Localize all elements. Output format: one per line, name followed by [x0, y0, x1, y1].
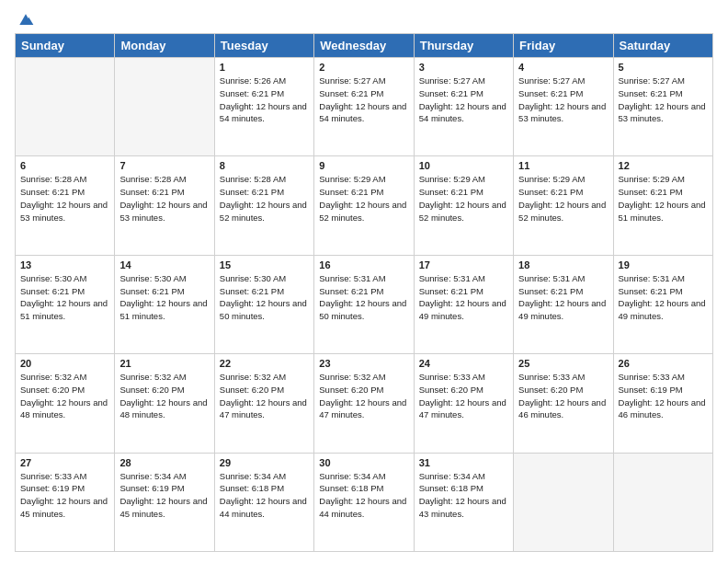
calendar-cell: 19Sunrise: 5:31 AM Sunset: 6:21 PM Dayli… — [613, 255, 712, 353]
day-info: Sunrise: 5:32 AM Sunset: 6:20 PM Dayligh… — [220, 371, 309, 421]
calendar-cell: 3Sunrise: 5:27 AM Sunset: 6:21 PM Daylig… — [414, 58, 513, 156]
day-header-sunday: Sunday — [16, 34, 115, 58]
day-info: Sunrise: 5:34 AM Sunset: 6:18 PM Dayligh… — [220, 470, 309, 521]
calendar-cell: 25Sunrise: 5:33 AM Sunset: 6:20 PM Dayli… — [514, 354, 613, 453]
calendar-cell: 28Sunrise: 5:34 AM Sunset: 6:19 PM Dayli… — [115, 453, 214, 551]
calendar-cell: 24Sunrise: 5:33 AM Sunset: 6:20 PM Dayli… — [414, 354, 513, 453]
calendar-cell — [16, 58, 115, 156]
day-header-monday: Monday — [115, 34, 214, 58]
calendar-cell: 2Sunrise: 5:27 AM Sunset: 6:21 PM Daylig… — [314, 58, 414, 156]
day-info: Sunrise: 5:34 AM Sunset: 6:19 PM Dayligh… — [119, 470, 209, 521]
day-number: 23 — [319, 358, 408, 369]
day-info: Sunrise: 5:33 AM Sunset: 6:19 PM Dayligh… — [619, 371, 708, 421]
day-number: 25 — [518, 358, 608, 369]
day-number: 30 — [319, 457, 408, 468]
calendar-cell: 18Sunrise: 5:31 AM Sunset: 6:21 PM Dayli… — [514, 255, 613, 353]
calendar-week-row: 20Sunrise: 5:32 AM Sunset: 6:20 PM Dayli… — [16, 354, 713, 453]
calendar-week-row: 13Sunrise: 5:30 AM Sunset: 6:21 PM Dayli… — [16, 255, 713, 353]
day-info: Sunrise: 5:33 AM Sunset: 6:20 PM Dayligh… — [419, 371, 508, 421]
calendar-cell: 10Sunrise: 5:29 AM Sunset: 6:21 PM Dayli… — [414, 156, 513, 255]
calendar-week-row: 1Sunrise: 5:26 AM Sunset: 6:21 PM Daylig… — [16, 58, 713, 156]
calendar-cell: 27Sunrise: 5:33 AM Sunset: 6:19 PM Dayli… — [16, 453, 115, 551]
day-number: 17 — [419, 259, 508, 270]
day-info: Sunrise: 5:33 AM Sunset: 6:20 PM Dayligh… — [518, 371, 608, 421]
day-number: 5 — [619, 62, 708, 73]
calendar-cell: 23Sunrise: 5:32 AM Sunset: 6:20 PM Dayli… — [314, 354, 414, 453]
day-number: 11 — [518, 160, 608, 171]
day-info: Sunrise: 5:28 AM Sunset: 6:21 PM Dayligh… — [220, 173, 309, 224]
calendar-cell: 9Sunrise: 5:29 AM Sunset: 6:21 PM Daylig… — [314, 156, 414, 255]
day-info: Sunrise: 5:30 AM Sunset: 6:21 PM Dayligh… — [220, 272, 309, 323]
day-info: Sunrise: 5:34 AM Sunset: 6:18 PM Dayligh… — [319, 470, 408, 521]
calendar-cell: 31Sunrise: 5:34 AM Sunset: 6:18 PM Dayli… — [414, 453, 513, 551]
day-info: Sunrise: 5:27 AM Sunset: 6:21 PM Dayligh… — [619, 75, 708, 125]
day-header-tuesday: Tuesday — [214, 34, 313, 58]
calendar-cell — [613, 453, 712, 551]
day-number: 19 — [619, 259, 708, 270]
day-header-saturday: Saturday — [613, 34, 712, 58]
header — [15, 11, 713, 26]
day-info: Sunrise: 5:26 AM Sunset: 6:21 PM Dayligh… — [220, 75, 309, 125]
day-header-wednesday: Wednesday — [314, 34, 414, 58]
day-info: Sunrise: 5:31 AM Sunset: 6:21 PM Dayligh… — [619, 272, 708, 323]
day-number: 9 — [319, 160, 408, 171]
day-number: 8 — [220, 160, 309, 171]
calendar-cell: 14Sunrise: 5:30 AM Sunset: 6:21 PM Dayli… — [115, 255, 214, 353]
day-info: Sunrise: 5:30 AM Sunset: 6:21 PM Dayligh… — [20, 272, 109, 323]
day-info: Sunrise: 5:32 AM Sunset: 6:20 PM Dayligh… — [20, 371, 109, 421]
day-info: Sunrise: 5:31 AM Sunset: 6:21 PM Dayligh… — [319, 272, 408, 323]
day-info: Sunrise: 5:34 AM Sunset: 6:18 PM Dayligh… — [419, 470, 508, 521]
day-number: 27 — [20, 457, 109, 468]
day-number: 22 — [220, 358, 309, 369]
day-info: Sunrise: 5:31 AM Sunset: 6:21 PM Dayligh… — [518, 272, 608, 323]
day-number: 7 — [119, 160, 209, 171]
day-number: 13 — [20, 259, 109, 270]
calendar-cell: 21Sunrise: 5:32 AM Sunset: 6:20 PM Dayli… — [115, 354, 214, 453]
day-info: Sunrise: 5:29 AM Sunset: 6:21 PM Dayligh… — [419, 173, 508, 224]
calendar-cell: 16Sunrise: 5:31 AM Sunset: 6:21 PM Dayli… — [314, 255, 414, 353]
day-number: 3 — [419, 62, 508, 73]
day-info: Sunrise: 5:27 AM Sunset: 6:21 PM Dayligh… — [419, 75, 508, 125]
day-header-friday: Friday — [514, 34, 613, 58]
day-number: 31 — [419, 457, 508, 468]
calendar-cell — [514, 453, 613, 551]
day-info: Sunrise: 5:27 AM Sunset: 6:21 PM Dayligh… — [319, 75, 408, 125]
calendar-cell: 11Sunrise: 5:29 AM Sunset: 6:21 PM Dayli… — [514, 156, 613, 255]
day-info: Sunrise: 5:27 AM Sunset: 6:21 PM Dayligh… — [518, 75, 608, 125]
calendar-cell: 17Sunrise: 5:31 AM Sunset: 6:21 PM Dayli… — [414, 255, 513, 353]
calendar-cell: 13Sunrise: 5:30 AM Sunset: 6:21 PM Dayli… — [16, 255, 115, 353]
day-number: 26 — [619, 358, 708, 369]
calendar-header-row: SundayMondayTuesdayWednesdayThursdayFrid… — [16, 34, 713, 58]
day-info: Sunrise: 5:28 AM Sunset: 6:21 PM Dayligh… — [119, 173, 209, 224]
day-number: 15 — [220, 259, 309, 270]
day-info: Sunrise: 5:29 AM Sunset: 6:21 PM Dayligh… — [518, 173, 608, 224]
day-info: Sunrise: 5:29 AM Sunset: 6:21 PM Dayligh… — [619, 173, 708, 224]
calendar-cell: 4Sunrise: 5:27 AM Sunset: 6:21 PM Daylig… — [514, 58, 613, 156]
calendar-cell — [115, 58, 214, 156]
calendar-cell: 26Sunrise: 5:33 AM Sunset: 6:19 PM Dayli… — [613, 354, 712, 453]
day-info: Sunrise: 5:31 AM Sunset: 6:21 PM Dayligh… — [419, 272, 508, 323]
day-info: Sunrise: 5:32 AM Sunset: 6:20 PM Dayligh… — [119, 371, 209, 421]
logo — [15, 11, 35, 26]
day-number: 1 — [220, 62, 309, 73]
calendar-cell: 8Sunrise: 5:28 AM Sunset: 6:21 PM Daylig… — [214, 156, 313, 255]
calendar-table: SundayMondayTuesdayWednesdayThursdayFrid… — [15, 33, 713, 552]
day-info: Sunrise: 5:28 AM Sunset: 6:21 PM Dayligh… — [20, 173, 109, 224]
day-info: Sunrise: 5:30 AM Sunset: 6:21 PM Dayligh… — [119, 272, 209, 323]
calendar-cell: 5Sunrise: 5:27 AM Sunset: 6:21 PM Daylig… — [613, 58, 712, 156]
day-number: 10 — [419, 160, 508, 171]
day-number: 16 — [319, 259, 408, 270]
day-info: Sunrise: 5:29 AM Sunset: 6:21 PM Dayligh… — [319, 173, 408, 224]
day-number: 24 — [419, 358, 508, 369]
calendar-cell: 22Sunrise: 5:32 AM Sunset: 6:20 PM Dayli… — [214, 354, 313, 453]
day-number: 12 — [619, 160, 708, 171]
logo-icon — [17, 11, 35, 29]
calendar-cell: 29Sunrise: 5:34 AM Sunset: 6:18 PM Dayli… — [214, 453, 313, 551]
page: SundayMondayTuesdayWednesdayThursdayFrid… — [0, 0, 728, 563]
day-number: 4 — [518, 62, 608, 73]
calendar-cell: 6Sunrise: 5:28 AM Sunset: 6:21 PM Daylig… — [16, 156, 115, 255]
day-number: 2 — [319, 62, 408, 73]
calendar-cell: 7Sunrise: 5:28 AM Sunset: 6:21 PM Daylig… — [115, 156, 214, 255]
day-number: 21 — [119, 358, 209, 369]
calendar-cell: 20Sunrise: 5:32 AM Sunset: 6:20 PM Dayli… — [16, 354, 115, 453]
